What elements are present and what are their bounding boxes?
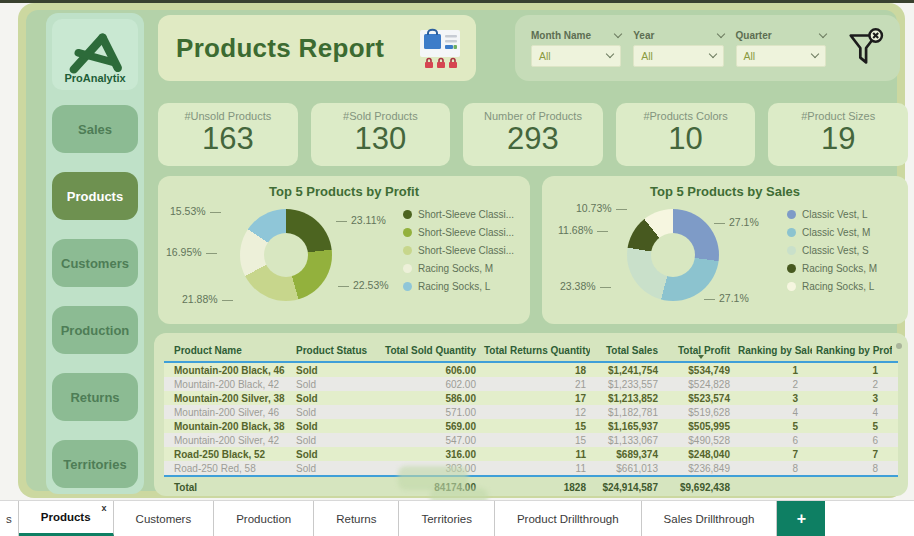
legend-item[interactable]: Racing Socks, L	[403, 281, 514, 292]
cell-product-status: Sold	[292, 421, 376, 432]
report-page-tab[interactable]: Returns	[314, 501, 399, 536]
cell-ranking-by-sales: 8	[734, 463, 812, 474]
legend-label: Short-Sleeve Classi...	[418, 209, 514, 220]
table-row[interactable]: Mountain-200 Black, 42 Sold 602.00 21 $1…	[164, 377, 898, 391]
cell-total-sales: $1,241,754	[590, 365, 662, 376]
report-page-tab[interactable]: Sales Drillthrough	[642, 501, 778, 536]
brand-logo: ProAnalytix	[52, 19, 138, 90]
cell-product-status: Sold	[292, 407, 376, 418]
cell-total-sold-quantity: 586.00	[376, 393, 480, 404]
legend-item[interactable]: Classic Vest, S	[787, 245, 877, 256]
legend-item[interactable]: Racing Socks, L	[787, 281, 877, 292]
slicer-header[interactable]: Year	[633, 30, 723, 41]
column-header[interactable]: Total Returns Quantity	[480, 345, 590, 356]
legend-item[interactable]: Short-Sleeve Classi...	[403, 245, 514, 256]
watermark-blob	[398, 466, 468, 490]
table-row[interactable]: Mountain-200 Black, 46 Sold 606.00 18 $1…	[164, 363, 898, 377]
legend-label: Racing Socks, M	[802, 263, 877, 274]
table-row[interactable]: Mountain-200 Silver, 46 Sold 571.00 12 $…	[164, 405, 898, 419]
cell-total-sold-quantity: 602.00	[376, 379, 480, 390]
legend-item[interactable]: Classic Vest, L	[787, 209, 877, 220]
tab-partial[interactable]: s	[0, 501, 19, 536]
proanalytix-logo-icon	[66, 30, 124, 74]
column-header[interactable]: Total Profit	[662, 345, 734, 356]
sidebar: ProAnalytix Sales Products Customers Pro…	[46, 13, 144, 494]
cell-total-sold-quantity: 569.00	[376, 421, 480, 432]
legend-item[interactable]: Short-Sleeve Classi...	[403, 209, 514, 220]
cell-ranking-by-sales: 1	[734, 365, 812, 376]
legend-item[interactable]: Racing Socks, M	[787, 263, 877, 274]
legend-label: Classic Vest, L	[802, 209, 868, 220]
sidebar-nav-button[interactable]: Products	[52, 172, 138, 220]
report-page-tab[interactable]: Product Drillthrough	[495, 501, 642, 536]
cell-total-sales: $689,374	[590, 449, 662, 460]
report-page-tab[interactable]: Products x	[19, 501, 114, 536]
kpi-value: 293	[463, 122, 603, 156]
column-header-sorted[interactable]: Total Sales	[590, 345, 662, 356]
column-header[interactable]: Ranking by Profit	[812, 345, 892, 356]
plus-icon: +	[797, 510, 806, 528]
cell-ranking-by-sales: 2	[734, 379, 812, 390]
report-page-tab[interactable]: Production	[214, 501, 314, 536]
cell-ranking-by-profit: 6	[812, 435, 892, 446]
sidebar-nav-button[interactable]: Customers	[52, 239, 138, 287]
cell-product-name: Mountain-200 Black, 42	[164, 379, 292, 390]
table-row[interactable]: Road-250 Black, 52 Sold 316.00 11 $689,3…	[164, 447, 898, 461]
legend-label: Racing Socks, L	[418, 281, 490, 292]
tab-label: Customers	[136, 513, 192, 525]
cell-ranking-by-sales: 5	[734, 421, 812, 432]
cell-total-sold-quantity: 316.00	[376, 449, 480, 460]
slice-label: 21.88%	[182, 293, 233, 305]
slicer-header[interactable]: Quarter	[736, 30, 826, 41]
table-body: Mountain-200 Black, 46 Sold 606.00 18 $1…	[164, 363, 898, 477]
legend-item[interactable]: Short-Sleeve Classi...	[403, 227, 514, 238]
clear-filters-icon[interactable]	[844, 25, 886, 71]
legend-item[interactable]: Classic Vest, M	[787, 227, 877, 238]
tab-label: Products	[41, 511, 91, 523]
donut-hole	[651, 233, 695, 277]
column-header[interactable]: Ranking by Sales	[734, 345, 812, 356]
report-page-tab[interactable]: Customers	[114, 501, 215, 536]
slicer-dropdown[interactable]: All	[633, 45, 723, 67]
sidebar-nav-button[interactable]: Territories	[52, 440, 138, 488]
cell-ranking-by-profit: 2	[812, 379, 892, 390]
table-row[interactable]: Mountain-200 Silver, 38 Sold 586.00 17 $…	[164, 391, 898, 405]
sidebar-nav: Sales Products Customers Production Retu…	[52, 105, 138, 488]
report-canvas: ProAnalytix Sales Products Customers Pro…	[18, 3, 905, 498]
slicer: Month Name All	[531, 30, 621, 67]
header: Products Report	[158, 15, 476, 81]
column-header[interactable]: Product Name	[164, 345, 292, 356]
report-page-tab[interactable]: Territories	[399, 501, 494, 536]
donut-chart-profit[interactable]	[240, 209, 332, 301]
kpi-card: #Sold Products 130	[311, 103, 451, 166]
sidebar-nav-label: Production	[61, 323, 130, 338]
sidebar-nav-button[interactable]: Sales	[52, 105, 138, 153]
legend-label: Classic Vest, S	[802, 245, 869, 256]
table-row[interactable]: Mountain-200 Silver, 42 Sold 547.00 15 $…	[164, 433, 898, 447]
tab-close-icon[interactable]: x	[102, 503, 107, 513]
legend-item[interactable]: Racing Socks, M	[403, 263, 514, 274]
legend-dot	[403, 246, 412, 255]
add-page-button[interactable]: +	[777, 501, 825, 536]
sidebar-nav-label: Customers	[61, 256, 129, 271]
cell-ranking-by-sales: 3	[734, 393, 812, 404]
tab-label: Production	[236, 513, 291, 525]
table-row[interactable]: Mountain-200 Black, 38 Sold 569.00 15 $1…	[164, 419, 898, 433]
slicer-dropdown[interactable]: All	[531, 45, 621, 67]
slicer-selected-value: All	[539, 50, 551, 62]
slicer-header[interactable]: Month Name	[531, 30, 621, 41]
kpi-card: #Product Sizes 19	[768, 103, 908, 166]
sidebar-nav-button[interactable]: Returns	[52, 373, 138, 421]
cell-total-returns-quantity: 11	[480, 463, 590, 474]
cell-total-sales: $1,233,557	[590, 379, 662, 390]
slicer-dropdown[interactable]: All	[736, 45, 826, 67]
column-header[interactable]: Product Status	[292, 345, 376, 356]
cell-total-sold-quantity: 606.00	[376, 365, 480, 376]
page-title: Products Report	[176, 33, 418, 64]
column-header[interactable]: Total Sold Quantity	[376, 345, 480, 356]
sidebar-nav-button[interactable]: Production	[52, 306, 138, 354]
kpi-card: Number of Products 293	[463, 103, 603, 166]
table-row[interactable]: Road-250 Red, 58 Sold 303.00 11 $661,013…	[164, 461, 898, 475]
donut-chart-sales[interactable]	[627, 209, 719, 301]
cell-product-name: Mountain-200 Silver, 38	[164, 393, 292, 404]
